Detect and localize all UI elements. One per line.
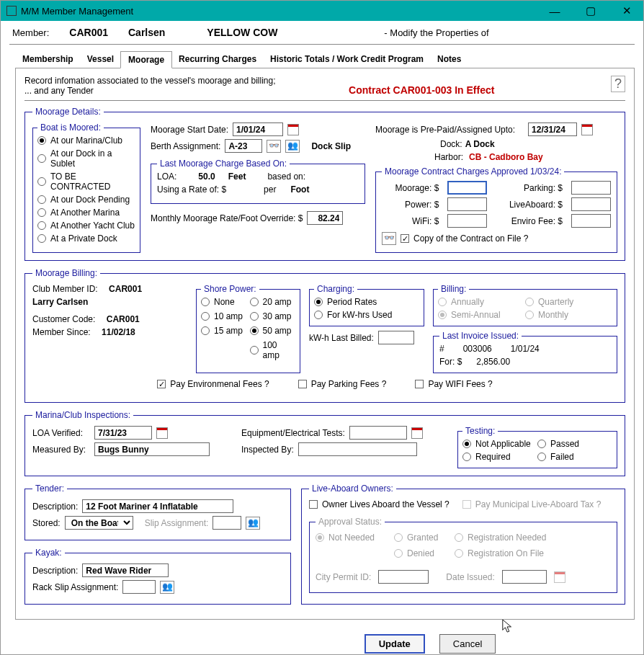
enviro-chg-input[interactable] — [571, 214, 611, 228]
owner-lives-checkbox[interactable] — [309, 500, 318, 509]
intro-divider — [24, 100, 625, 101]
kayak-desc-input[interactable] — [82, 563, 169, 577]
test-passed[interactable] — [537, 440, 546, 448]
start-date-input[interactable] — [233, 122, 283, 136]
kwh-last-input[interactable] — [378, 331, 414, 344]
radio-pending[interactable] — [37, 195, 46, 204]
moorage-details-legend: Moorage Details: — [32, 107, 104, 117]
pay-park-checkbox[interactable] — [298, 380, 307, 388]
insp-by-input[interactable] — [298, 442, 417, 456]
berth-label: Berth Assignment: — [151, 141, 220, 151]
prepaid-label: Moorage is Pre-Paid/Assigned Upto: — [375, 125, 515, 135]
chg-kwh[interactable] — [314, 311, 323, 319]
pay-env-checkbox[interactable] — [157, 380, 166, 388]
sp-10[interactable] — [201, 312, 210, 321]
prepaid-input[interactable] — [528, 122, 577, 136]
berth-input[interactable] — [225, 139, 262, 153]
calendar-icon-5 — [554, 571, 565, 583]
liveaboard-chg-lbl: LiveAboard: $ — [496, 200, 563, 210]
kayak-lookup-icon[interactable]: 👥 — [160, 581, 174, 594]
approval-legend: Approval Status: — [316, 517, 385, 527]
billing-member-name: Larry Carlsen — [32, 297, 187, 307]
inv-no-lbl: # — [439, 344, 444, 354]
app-icon — [6, 6, 17, 16]
tab-notes[interactable]: Notes — [430, 50, 468, 68]
tab-membership[interactable]: Membership — [15, 50, 81, 68]
help-icon[interactable]: ? — [611, 76, 625, 92]
pay-tax-checkbox — [462, 500, 471, 509]
sp-50[interactable] — [250, 326, 259, 335]
intro-row: Record infomation associated to the vess… — [24, 76, 625, 100]
pay-wifi-label: Pay WIFI Fees ? — [428, 379, 492, 389]
permit-label: City Permit ID: — [316, 572, 371, 582]
kayak-rack-input[interactable] — [122, 580, 156, 594]
tender-stored-select[interactable]: On the Boat — [65, 516, 133, 530]
permit-input — [378, 570, 429, 584]
chg-period[interactable] — [314, 298, 323, 306]
power-chg-input[interactable] — [447, 197, 487, 211]
charges-legend: Moorage Contract Charges Approved 1/03/2… — [382, 166, 564, 177]
radio-other-marina[interactable] — [37, 208, 46, 217]
calendar-icon[interactable] — [287, 124, 299, 135]
minimize-button[interactable]: — — [544, 5, 565, 17]
calendar-icon-3[interactable] — [156, 427, 168, 439]
lookup-icon[interactable]: 👓 — [267, 140, 281, 153]
sp-20[interactable] — [250, 298, 259, 306]
boat-moored-group: Boat is Moored: At our Marina/Club At ou… — [32, 122, 140, 253]
club-id-val: CAR001 — [109, 284, 142, 294]
people-icon[interactable]: 👥 — [285, 140, 300, 153]
sp-none[interactable] — [201, 298, 210, 306]
tender-desc-label: Description: — [32, 502, 78, 512]
member-header: Member: CAR001 Carlsen YELLOW COW - Modi… — [1, 21, 643, 44]
measured-input[interactable] — [94, 442, 210, 456]
calendar-icon-2[interactable] — [581, 124, 593, 135]
footer-buttons: Update Cancel — [217, 625, 643, 655]
loa-ver-input[interactable] — [94, 426, 152, 440]
copy-on-file-checkbox[interactable] — [401, 234, 409, 243]
appr-reg-needed — [455, 533, 463, 542]
liveaboard-chg-input[interactable] — [571, 197, 611, 211]
inv-no: 003006 — [463, 344, 492, 354]
tab-vessel[interactable]: Vessel — [80, 50, 121, 68]
wifi-chg-input[interactable] — [447, 214, 487, 228]
override-input[interactable] — [307, 211, 343, 225]
inv-for-lbl: For: $ — [439, 357, 462, 367]
shore-power-legend: Shore Power: — [201, 284, 259, 294]
radio-dock-sublet[interactable] — [37, 154, 46, 163]
update-button[interactable]: Update — [365, 634, 425, 654]
member-label: Member: — [12, 27, 49, 38]
test-failed[interactable] — [537, 453, 546, 461]
radio-private[interactable] — [37, 234, 46, 243]
calendar-icon-4[interactable] — [411, 427, 423, 439]
tender-desc-input[interactable] — [82, 499, 233, 513]
charging-legend: Charging: — [314, 284, 357, 294]
measured-label: Measured By: — [32, 445, 90, 455]
cust-code-val: CAR001 — [107, 314, 140, 324]
tab-moorage[interactable]: Moorage — [120, 51, 172, 68]
tender-slip-lookup-icon[interactable]: 👥 — [246, 517, 260, 530]
cancel-button[interactable]: Cancel — [439, 634, 496, 654]
maximize-button[interactable]: ▢ — [580, 5, 601, 17]
radio-at-marina[interactable] — [37, 136, 46, 145]
radio-tbc[interactable] — [37, 177, 46, 186]
member-since-label: Member Since: — [32, 327, 91, 337]
kayak-rack-label: Rack Slip Assignment: — [32, 582, 118, 592]
parking-chg-input[interactable] — [571, 181, 611, 195]
sp-15[interactable] — [201, 326, 210, 335]
sp-30[interactable] — [250, 312, 259, 321]
equip-input[interactable] — [349, 426, 407, 440]
loa-val: 50.0 — [198, 171, 215, 182]
pay-wifi-checkbox[interactable] — [415, 380, 424, 388]
club-id-label: Club Member ID: — [32, 284, 98, 294]
view-contract-icon[interactable]: 👓 — [382, 232, 396, 245]
test-na[interactable] — [462, 440, 471, 448]
radio-other-yc[interactable] — [37, 221, 46, 230]
sp-100[interactable] — [250, 346, 259, 355]
tender-slip-input — [213, 516, 241, 530]
titlebar[interactable]: M/M Member Management — ▢ ✕ — [1, 1, 643, 21]
tab-historic[interactable]: Historic Totals / Work Credit Program — [263, 50, 431, 68]
close-button[interactable]: ✕ — [616, 5, 638, 17]
moorage-chg-input[interactable] — [447, 181, 487, 195]
test-required[interactable] — [462, 453, 471, 461]
tab-recurring[interactable]: Recurring Charges — [171, 50, 264, 68]
